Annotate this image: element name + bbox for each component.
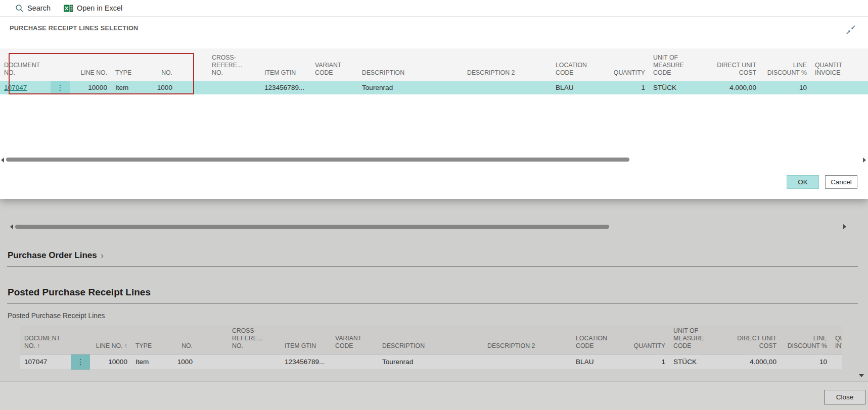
cell-variant-code bbox=[311, 81, 358, 94]
collapse-arrows-icon bbox=[845, 24, 856, 35]
cancel-button[interactable]: Cancel bbox=[825, 175, 857, 189]
collapse-dialog-button[interactable] bbox=[845, 24, 858, 37]
search-icon bbox=[15, 4, 24, 13]
column-header-row-menu[interactable] bbox=[51, 48, 70, 81]
open-in-excel-action[interactable]: Open in Excel bbox=[64, 4, 122, 13]
scroll-left-icon[interactable] bbox=[10, 224, 13, 229]
column-header-direct-unit-cost[interactable]: DIRECT UNIT COST bbox=[730, 326, 781, 354]
cell-quantity-invoiced bbox=[831, 354, 842, 370]
column-header-description[interactable]: DESCRIPTION bbox=[378, 326, 483, 354]
row-options-cell: ⋮ bbox=[71, 354, 90, 370]
column-header-document-no[interactable]: DOCUMENT NO. ↑ bbox=[20, 326, 71, 354]
column-header-description-2[interactable]: DESCRIPTION 2 bbox=[463, 48, 552, 81]
column-header-document-no[interactable]: DOCUMENT NO. bbox=[0, 48, 51, 81]
column-header-line-no[interactable]: LINE NO. bbox=[70, 48, 111, 81]
cell-line-discount-pct: 10 bbox=[760, 81, 811, 94]
cell-quantity: 1 bbox=[617, 354, 669, 370]
cell-item-gtin: 123456789... bbox=[260, 81, 311, 94]
cell-location-code: BLAU bbox=[552, 81, 597, 94]
open-in-excel-label: Open in Excel bbox=[77, 4, 122, 12]
scroll-right-icon[interactable] bbox=[843, 224, 846, 229]
column-header-cross-reference-no[interactable]: CROSS- REFERE... NO. bbox=[208, 48, 260, 81]
section-divider bbox=[7, 266, 858, 267]
table-row[interactable]: 107047⋮10000Item1000123456789...Tourenra… bbox=[20, 354, 842, 370]
column-header-quantity[interactable]: QUANTITY bbox=[617, 326, 669, 354]
column-header-cross-reference-no[interactable]: CROSS- REFERE... NO. bbox=[228, 326, 281, 354]
column-header-type[interactable]: TYPE bbox=[131, 326, 167, 354]
row-options-button[interactable]: ⋮ bbox=[51, 84, 70, 91]
scroll-right-icon[interactable] bbox=[863, 158, 866, 163]
dialog-toolbar: Search Open in Excel bbox=[0, 0, 868, 17]
table-row[interactable]: 107047⋮10000Item1000123456789...Tourenra… bbox=[0, 81, 868, 94]
column-header-row-menu[interactable] bbox=[71, 326, 90, 354]
column-header-line-no[interactable]: LINE NO. ↑ bbox=[90, 326, 131, 354]
cell-line-discount-pct: 10 bbox=[781, 354, 831, 370]
column-header-line-discount-pct[interactable]: LINE DISCOUNT % bbox=[781, 326, 831, 354]
column-header-item-gtin[interactable]: ITEM GTIN bbox=[260, 48, 311, 81]
cell-cross-reference-no bbox=[208, 81, 260, 94]
scroll-down-icon[interactable] bbox=[859, 374, 864, 377]
ok-button[interactable]: OK bbox=[787, 175, 819, 189]
scrollbar-thumb[interactable] bbox=[6, 158, 629, 162]
cell-line-no: 10000 bbox=[90, 354, 131, 370]
column-header-no[interactable]: NO. bbox=[147, 48, 208, 81]
search-action[interactable]: Search bbox=[15, 4, 51, 13]
dialog-horizontal-scrollbar[interactable] bbox=[0, 156, 868, 163]
row-options-button[interactable]: ⋮ bbox=[71, 358, 90, 366]
header-row: DOCUMENT NO.LINE NO.TYPENO.CROSS- REFERE… bbox=[0, 48, 868, 81]
cell-cross-reference-no bbox=[228, 354, 281, 370]
column-header-line-discount-pct[interactable]: LINE DISCOUNT % bbox=[760, 48, 811, 81]
column-header-quantity-invoiced[interactable]: QUANTIT INVOICE bbox=[811, 48, 868, 81]
column-header-variant-code[interactable]: VARIANT CODE bbox=[331, 326, 378, 354]
cell-quantity-invoiced bbox=[811, 81, 868, 94]
page: Purchase Order Lines › Posted Purchase R… bbox=[0, 0, 868, 410]
document-no-link[interactable]: 107047 bbox=[4, 84, 27, 91]
cell-document-no: 107047 bbox=[20, 354, 71, 370]
posted-purchase-receipt-lines-heading: Posted Purchase Receipt Lines bbox=[8, 287, 151, 298]
cell-description-2 bbox=[463, 81, 552, 94]
posted-table-caption: Posted Purchase Receipt Lines bbox=[8, 312, 105, 320]
background-page: Purchase Order Lines › Posted Purchase R… bbox=[0, 199, 868, 410]
cell-no: 1000 bbox=[167, 354, 228, 370]
purchase-order-lines-title: Purchase Order Lines bbox=[8, 250, 97, 261]
column-header-type[interactable]: TYPE bbox=[111, 48, 147, 81]
background-horizontal-scrollbar[interactable] bbox=[0, 223, 868, 230]
header-row: DOCUMENT NO. ↑LINE NO. ↑TYPENO.CROSS- RE… bbox=[20, 326, 842, 354]
column-header-location-code[interactable]: LOCATION CODE bbox=[552, 48, 597, 81]
column-header-quantity[interactable]: QUANTITY bbox=[597, 48, 649, 81]
cell-description: Tourenrad bbox=[378, 354, 483, 370]
cell-quantity: 1 bbox=[597, 81, 649, 94]
search-label: Search bbox=[27, 4, 51, 12]
chevron-right-icon: › bbox=[101, 250, 104, 261]
row-options-cell: ⋮ bbox=[51, 81, 70, 94]
cell-line-no: 10000 bbox=[70, 81, 111, 94]
cell-unit-of-measure-code: STÜCK bbox=[649, 81, 710, 94]
close-button[interactable]: Close bbox=[824, 390, 865, 404]
column-header-location-code[interactable]: LOCATION CODE bbox=[572, 326, 617, 354]
column-header-no[interactable]: NO. bbox=[167, 326, 228, 354]
dialog-title: PURCHASE RECEIPT LINES SELECTION bbox=[10, 25, 139, 32]
column-header-unit-of-measure-code[interactable]: UNIT OF MEASURE CODE bbox=[649, 48, 710, 81]
scrollbar-thumb[interactable] bbox=[15, 225, 609, 229]
column-header-direct-unit-cost[interactable]: DIRECT UNIT COST bbox=[710, 48, 760, 81]
cell-type: Item bbox=[111, 81, 147, 94]
cell-direct-unit-cost: 4.000,00 bbox=[730, 354, 781, 370]
column-header-description[interactable]: DESCRIPTION bbox=[358, 48, 463, 81]
receipt-lines-selection-table: DOCUMENT NO.LINE NO.TYPENO.CROSS- REFERE… bbox=[0, 48, 868, 94]
cell-type: Item bbox=[131, 354, 167, 370]
column-header-variant-code[interactable]: VARIANT CODE bbox=[311, 48, 358, 81]
background-footer bbox=[0, 381, 868, 410]
purchase-order-lines-heading[interactable]: Purchase Order Lines › bbox=[8, 250, 104, 261]
column-header-quantity-invoiced[interactable]: QUANTIT INVOICE bbox=[831, 326, 842, 354]
cell-description-2 bbox=[483, 354, 572, 370]
column-header-unit-of-measure-code[interactable]: UNIT OF MEASURE CODE bbox=[669, 326, 730, 354]
purchase-receipt-lines-selection-dialog: Search Open in Excel PURCHASE RECEIPT LI… bbox=[0, 0, 868, 199]
scroll-left-icon[interactable] bbox=[1, 158, 4, 163]
cell-document-no: 107047 bbox=[0, 81, 51, 94]
excel-icon bbox=[64, 4, 73, 13]
cell-description: Tourenrad bbox=[358, 81, 463, 94]
column-header-item-gtin[interactable]: ITEM GTIN bbox=[281, 326, 331, 354]
posted-receipt-lines-table: DOCUMENT NO. ↑LINE NO. ↑TYPENO.CROSS- RE… bbox=[20, 326, 842, 370]
column-header-description-2[interactable]: DESCRIPTION 2 bbox=[483, 326, 572, 354]
section-divider bbox=[7, 303, 858, 304]
